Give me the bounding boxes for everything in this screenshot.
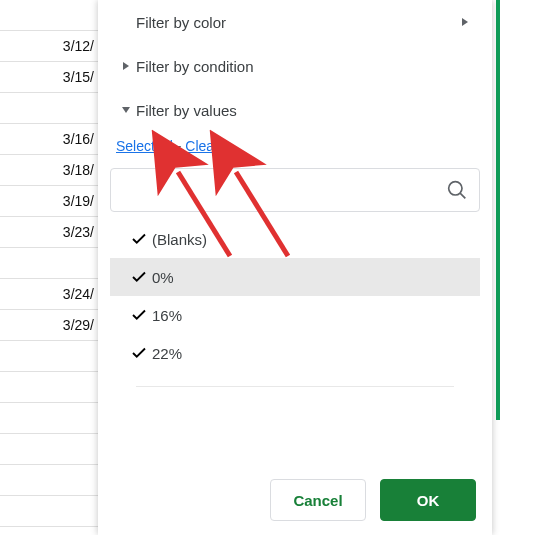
filter-value-item[interactable]: 16% xyxy=(110,296,480,334)
select-all-link[interactable]: Select all xyxy=(116,138,173,154)
cell[interactable]: 3/19/ xyxy=(0,186,100,217)
filter-by-condition-section[interactable]: Filter by condition xyxy=(98,44,492,88)
check-icon xyxy=(126,306,152,324)
cell[interactable]: 3/23/ xyxy=(0,217,100,248)
filter-panel: Filter by color Filter by condition Filt… xyxy=(98,0,492,535)
collapsed-triangle-icon xyxy=(116,61,136,71)
filter-value-label: 0% xyxy=(152,269,174,286)
selection-indicator xyxy=(496,0,500,420)
filter-value-label: 16% xyxy=(152,307,182,324)
filter-by-color-label: Filter by color xyxy=(136,14,226,31)
filter-value-label: (Blanks) xyxy=(152,231,207,248)
footer-buttons: Cancel OK xyxy=(270,479,476,521)
check-icon xyxy=(126,344,152,362)
check-icon xyxy=(126,268,152,286)
filter-value-label: 22% xyxy=(152,345,182,362)
filter-value-item[interactable]: (Blanks) xyxy=(110,220,480,258)
filter-by-condition-label: Filter by condition xyxy=(136,58,254,75)
cell[interactable]: 3/18/ xyxy=(0,155,100,186)
clear-link[interactable]: Clear xyxy=(185,138,218,154)
cell[interactable]: 3/24/ xyxy=(0,279,100,310)
cell[interactable]: 3/15/ xyxy=(0,62,100,93)
spreadsheet-column: 3/12/ 3/15/ 3/16/ 3/18/ 3/19/ 3/23/ 3/24… xyxy=(0,0,100,535)
expanded-triangle-icon xyxy=(116,106,136,114)
spreadsheet-right-edge xyxy=(490,0,542,535)
filter-value-item[interactable]: 22% xyxy=(110,334,480,372)
filter-search-box[interactable] xyxy=(110,168,480,212)
cancel-button[interactable]: Cancel xyxy=(270,479,366,521)
submenu-arrow-icon xyxy=(460,17,474,27)
filter-values-list: (Blanks) 0% 16% 22% xyxy=(110,220,480,387)
filter-value-item[interactable]: 0% xyxy=(110,258,480,296)
divider xyxy=(136,386,454,387)
cell[interactable]: 3/16/ xyxy=(0,124,100,155)
separator-text: - xyxy=(173,138,185,154)
check-icon xyxy=(126,230,152,248)
cell[interactable]: 3/29/ xyxy=(0,310,100,341)
search-icon[interactable] xyxy=(443,176,471,204)
filter-by-color-section[interactable]: Filter by color xyxy=(98,0,492,44)
filter-by-values-label: Filter by values xyxy=(136,102,237,119)
select-clear-links: Select all - Clear xyxy=(98,132,492,168)
ok-button[interactable]: OK xyxy=(380,479,476,521)
filter-by-values-section[interactable]: Filter by values xyxy=(98,88,492,132)
cell[interactable]: 3/12/ xyxy=(0,31,100,62)
filter-search-input[interactable] xyxy=(119,182,443,199)
